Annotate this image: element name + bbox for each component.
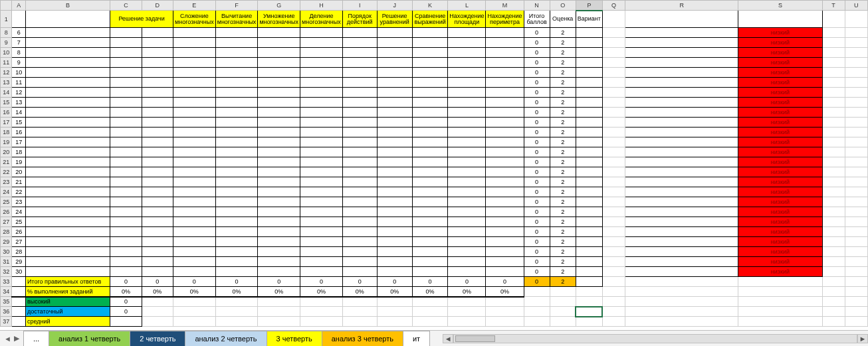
pct-l[interactable]: 0% <box>448 287 486 297</box>
cell-id[interactable]: 21 <box>12 177 26 187</box>
cell-level[interactable]: низкий <box>738 58 822 68</box>
label-high[interactable]: высокий <box>25 297 110 307</box>
cell-M[interactable] <box>486 98 524 108</box>
cell-K[interactable] <box>412 137 448 147</box>
cell-L[interactable] <box>448 207 486 217</box>
cell-F[interactable] <box>215 177 258 187</box>
col-header-G[interactable]: G <box>258 1 300 11</box>
cell-level[interactable]: низкий <box>738 147 822 157</box>
cell-I[interactable] <box>342 147 377 157</box>
cell-name[interactable] <box>25 227 110 237</box>
cell-H[interactable] <box>300 28 343 38</box>
cell-I[interactable] <box>342 128 377 137</box>
cell-R[interactable] <box>625 247 738 257</box>
cell-level[interactable]: низкий <box>738 118 822 128</box>
cell-K[interactable] <box>412 28 448 38</box>
cell-J[interactable] <box>377 118 412 128</box>
cell-F[interactable] <box>215 58 258 68</box>
high-val[interactable]: 0 <box>110 297 142 307</box>
cell-name[interactable] <box>25 237 110 247</box>
cell-K[interactable] <box>412 58 448 68</box>
total-c[interactable]: 0 <box>110 277 142 287</box>
cell-J[interactable] <box>377 48 412 58</box>
cell-K[interactable] <box>412 237 448 247</box>
cell-R[interactable] <box>625 98 738 108</box>
row-header-9[interactable]: 9 <box>1 38 12 48</box>
cell-name[interactable] <box>25 88 110 98</box>
cell-J[interactable] <box>377 147 412 157</box>
cell-J[interactable] <box>377 197 412 207</box>
cell-E[interactable] <box>173 78 216 88</box>
cell-level[interactable]: низкий <box>738 227 822 237</box>
cell-J[interactable] <box>377 167 412 177</box>
cell-C[interactable] <box>110 118 142 128</box>
total-n[interactable]: 0 <box>524 277 550 287</box>
cell-L[interactable] <box>448 118 486 128</box>
cell-variant[interactable] <box>576 247 602 257</box>
cell-G[interactable] <box>258 48 300 58</box>
cell-M[interactable] <box>486 247 524 257</box>
cell-K[interactable] <box>412 128 448 137</box>
cell-R[interactable] <box>625 147 738 157</box>
cell-name[interactable] <box>25 267 110 277</box>
row-header-27[interactable]: 27 <box>1 217 12 227</box>
cell-K[interactable] <box>412 217 448 227</box>
cell-F[interactable] <box>215 247 258 257</box>
cell-C[interactable] <box>110 147 142 157</box>
cell-name[interactable] <box>25 38 110 48</box>
cell-total[interactable]: 0 <box>524 257 550 267</box>
cell-J[interactable] <box>377 98 412 108</box>
cell-level[interactable]: низкий <box>738 38 822 48</box>
cell-D[interactable] <box>142 247 173 257</box>
cell-E[interactable] <box>173 237 216 247</box>
cell-E[interactable] <box>173 217 216 227</box>
cell-name[interactable] <box>25 137 110 147</box>
cell-E[interactable] <box>173 88 216 98</box>
cell-M[interactable] <box>486 147 524 157</box>
cell-C[interactable] <box>110 128 142 137</box>
cell-name[interactable] <box>25 58 110 68</box>
cell-M[interactable] <box>486 108 524 118</box>
cell-J[interactable] <box>377 28 412 38</box>
cell-name[interactable] <box>25 207 110 217</box>
cell-total[interactable]: 0 <box>524 157 550 167</box>
cell-total[interactable]: 0 <box>524 247 550 257</box>
cell-G[interactable] <box>258 247 300 257</box>
cell-F[interactable] <box>215 157 258 167</box>
cell-R[interactable] <box>625 257 738 267</box>
cell-J[interactable] <box>377 257 412 267</box>
row-header-35[interactable]: 35 <box>1 297 12 307</box>
cell-H[interactable] <box>300 108 343 118</box>
cell-id[interactable]: 18 <box>12 147 26 157</box>
cell-C[interactable] <box>110 187 142 197</box>
cell-I[interactable] <box>342 247 377 257</box>
cell-C[interactable] <box>110 247 142 257</box>
cell-total[interactable]: 0 <box>524 68 550 78</box>
cell-variant[interactable] <box>576 128 602 137</box>
col-header-T[interactable]: T <box>822 1 845 11</box>
cell-grade[interactable]: 2 <box>550 267 576 277</box>
cell-E[interactable] <box>173 38 216 48</box>
cell-grade[interactable]: 2 <box>550 137 576 147</box>
cell-J[interactable] <box>377 108 412 118</box>
cell-L[interactable] <box>448 48 486 58</box>
cell-total[interactable]: 0 <box>524 167 550 177</box>
cell-R[interactable] <box>625 197 738 207</box>
cell-total[interactable]: 0 <box>524 58 550 68</box>
cell-M[interactable] <box>486 157 524 167</box>
cell-grade[interactable]: 2 <box>550 98 576 108</box>
cell-R[interactable] <box>625 118 738 128</box>
cell-C[interactable] <box>110 157 142 167</box>
cell-D[interactable] <box>142 267 173 277</box>
cell-L[interactable] <box>448 167 486 177</box>
cell-I[interactable] <box>342 108 377 118</box>
cell-C[interactable] <box>110 267 142 277</box>
cell-C[interactable] <box>110 197 142 207</box>
cell-L[interactable] <box>448 257 486 267</box>
cell-name[interactable] <box>25 157 110 167</box>
cell-total[interactable]: 0 <box>524 38 550 48</box>
cell-level[interactable]: низкий <box>738 267 822 277</box>
cell-L[interactable] <box>448 247 486 257</box>
cell-level[interactable]: низкий <box>738 237 822 247</box>
cell-variant[interactable] <box>576 187 602 197</box>
